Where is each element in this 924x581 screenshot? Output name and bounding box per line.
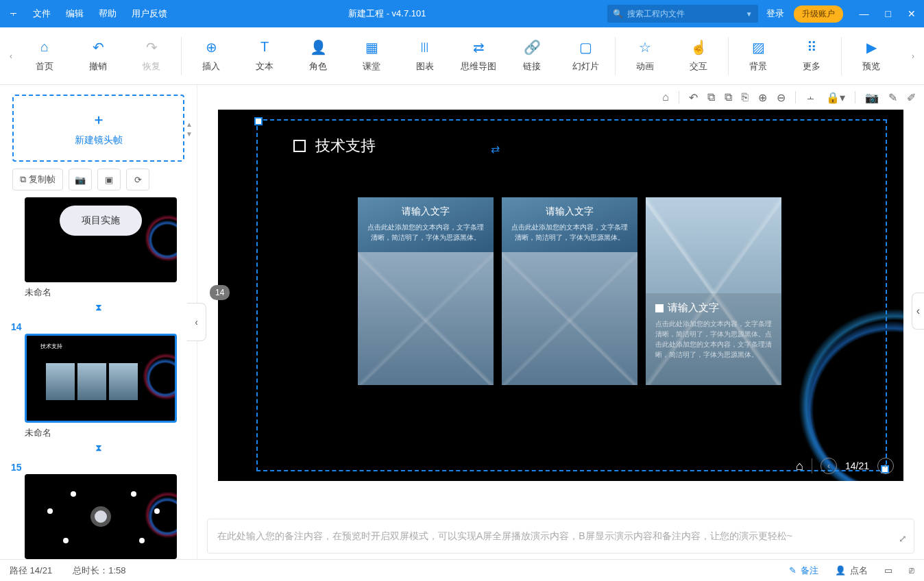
maximize-button[interactable]: □ [886, 8, 891, 19]
camera-icon: ⎚ [909, 565, 914, 576]
rollcall-button[interactable]: 👤点名 [835, 565, 868, 577]
ribbon-思维导图[interactable]: ⇄思维导图 [452, 37, 505, 75]
ribbon-next[interactable]: › [906, 32, 920, 80]
square-bullet-icon [293, 140, 306, 152]
card-row: 请输入文字点击此处添加您的文本内容，文字条理清晰，简洁明了，字体为思源黑体。 请… [358, 197, 781, 385]
expand-icon[interactable]: ⤢ [899, 530, 907, 547]
ribbon-动画[interactable]: ☆动画 [618, 37, 672, 75]
scroll-up-icon[interactable]: ▲ [186, 121, 193, 128]
present-button[interactable]: ▭ [884, 565, 892, 576]
ct-annotate-icon[interactable]: ✐ [907, 91, 916, 104]
window-title: 新建工程 - v4.7.101 [167, 8, 607, 20]
ct-zoomin-icon[interactable]: ⊕ [758, 91, 767, 104]
ribbon-幻灯片[interactable]: ▢幻灯片 [559, 37, 612, 75]
path-button[interactable]: ⟳ [126, 169, 149, 190]
ribbon-更多[interactable]: ⠿更多 [785, 37, 838, 75]
ribbon-icon: ▦ [364, 40, 379, 55]
ribbon-首页[interactable]: ⌂首页 [18, 37, 71, 75]
camera-button[interactable]: 📷 [69, 169, 92, 190]
ribbon-icon: ⠿ [804, 40, 819, 55]
ribbon-文本[interactable]: T文本 [238, 37, 291, 75]
notes-area[interactable]: 在此处输入您的备注内容，在预览时开启双屏模式，可以实现A屏全屏播放演示内容，B屏… [207, 519, 914, 554]
ribbon-角色[interactable]: 👤角色 [291, 37, 345, 75]
menu-help[interactable]: 帮助 [99, 8, 117, 20]
slide[interactable]: 技术支持 ⇄ 请输入文字点击此处添加您的文本内容，文字条理清晰，简洁明了，字体为… [218, 110, 903, 481]
qr-button[interactable]: ▣ [97, 169, 121, 190]
home-icon[interactable]: ⌂ [796, 459, 803, 473]
record-button[interactable]: ⎚ [909, 565, 914, 576]
prev-slide-button[interactable]: ‹ [820, 458, 837, 474]
ct-snapshot-icon[interactable]: 📷 [865, 91, 879, 104]
notes-icon: ✎ [789, 565, 797, 576]
menu-feedback[interactable]: 用户反馈 [132, 8, 167, 20]
ribbon-icon: ⌂ [37, 40, 52, 55]
ribbon-课堂[interactable]: ▦课堂 [345, 37, 398, 75]
ct-zoomout-icon[interactable]: ⊖ [777, 91, 786, 104]
minimize-button[interactable]: — [860, 8, 869, 19]
copy-frame-button[interactable]: ⧉复制帧 [12, 169, 63, 190]
ribbon-icon: ▢ [578, 40, 593, 55]
ct-paste-icon[interactable]: ⎘ [742, 91, 749, 103]
path-status: 路径 14/21 [10, 565, 52, 577]
card-1[interactable]: 请输入文字点击此处添加您的文本内容，文字条理清晰，简洁明了，字体为思源黑体。 [358, 197, 494, 385]
ribbon-图表[interactable]: ⫼图表 [398, 37, 452, 75]
path-icon: ⟳ [134, 175, 142, 185]
duration-status: 总时长：1:58 [73, 565, 125, 577]
right-panel-expand[interactable]: ‹ [912, 293, 924, 330]
main-menu: 文件 编辑 帮助 用户反馈 [27, 8, 167, 20]
ribbon-label: 背景 [749, 60, 767, 73]
thumb-divider-icon[interactable]: ⧗ [5, 300, 191, 314]
sidebar-collapse-handle[interactable]: ‹ [187, 303, 206, 341]
ribbon-撤销[interactable]: ↶撤销 [71, 37, 125, 75]
ribbon-icon: ⫼ [417, 40, 433, 55]
notes-placeholder: 在此处输入您的备注内容，在预览时开启双屏模式，可以实现A屏全屏播放演示内容，B屏… [217, 528, 792, 545]
ribbon-icon: ☆ [637, 40, 653, 55]
upgrade-button[interactable]: 升级账户 [794, 5, 843, 23]
search-box[interactable]: 🔍 搜索工程内文件 ▼ [607, 5, 758, 23]
ribbon-icon: ⇄ [471, 40, 486, 55]
next-slide-button[interactable]: › [877, 458, 894, 474]
thumb-number: 14 [5, 320, 191, 334]
ribbon-icon: 🔗 [524, 40, 539, 55]
thumb-divider-icon[interactable]: ⧗ [5, 441, 191, 455]
ct-edit-icon[interactable]: ✎ [888, 91, 897, 104]
ribbon-恢复[interactable]: ↷恢复 [125, 37, 178, 75]
ct-copy2-icon[interactable]: ⧉ [725, 91, 732, 103]
scroll-down-icon[interactable]: ▼ [186, 130, 193, 138]
menu-file[interactable]: 文件 [33, 8, 51, 20]
ribbon-交互[interactable]: ☝交互 [672, 37, 725, 75]
thumb-2[interactable]: 技术支持 [25, 334, 177, 423]
ct-align-icon[interactable]: ⫠ [805, 91, 816, 103]
slide-title-text: 技术支持 [315, 136, 376, 156]
menu-edit[interactable]: 编辑 [66, 8, 84, 20]
card-3[interactable]: 请输入文字点击此处添加您的文本内容，文字条理清晰，简洁明了，字体为思源黑体。点击… [646, 197, 781, 385]
ribbon-prev[interactable]: ‹ [4, 32, 18, 80]
ribbon-icon: ↶ [90, 40, 106, 55]
ribbon-label: 预览 [862, 60, 880, 73]
mid-handle-icon[interactable]: ⇄ [491, 143, 500, 156]
card-2[interactable]: 请输入文字点击此处添加您的文本内容，文字条理清晰，简洁明了，字体为思源黑体。 [502, 197, 637, 385]
copy-frame-label: 复制帧 [29, 173, 56, 186]
card-2-text: 点击此处添加您的文本内容，文字条理清晰，简洁明了，字体为思源黑体。 [511, 222, 628, 243]
notes-toggle[interactable]: ✎备注 [789, 565, 818, 577]
ribbon-预览[interactable]: ▶预览 [844, 37, 898, 75]
ct-undo-icon[interactable]: ↶ [689, 91, 698, 104]
thumb-3[interactable] [25, 474, 177, 559]
slide-title[interactable]: 技术支持 [293, 136, 376, 156]
ct-lock-icon[interactable]: 🔒▾ [826, 91, 845, 104]
ct-copy-icon[interactable]: ⧉ [707, 91, 715, 103]
ribbon-背景[interactable]: ▨背景 [731, 37, 785, 75]
ribbon-label: 撤销 [89, 60, 107, 73]
search-icon: 🔍 [613, 9, 623, 18]
canvas-toolbar: ⌂ ↶ ⧉ ⧉ ⎘ ⊕ ⊖ ⫠ 🔒▾ 📷 ✎ ✐ [197, 85, 924, 110]
chevron-down-icon[interactable]: ▼ [746, 10, 753, 18]
canvas-viewport[interactable]: 14 技术支持 ⇄ 请输入文字点击此处添加您的文本内容，文字条理清晰，简洁明了，… [197, 110, 924, 513]
close-button[interactable]: ✕ [908, 8, 916, 19]
new-frame-label: 新建镜头帧 [75, 134, 123, 147]
login-link[interactable]: 登录 [766, 8, 784, 20]
ribbon-链接[interactable]: 🔗链接 [505, 37, 559, 75]
ct-home-icon[interactable]: ⌂ [662, 91, 669, 103]
new-frame-button[interactable]: ＋ 新建镜头帧 [12, 95, 184, 162]
ribbon-插入[interactable]: ⊕插入 [184, 37, 238, 75]
thumb-1[interactable]: 项目实施 [25, 197, 177, 282]
